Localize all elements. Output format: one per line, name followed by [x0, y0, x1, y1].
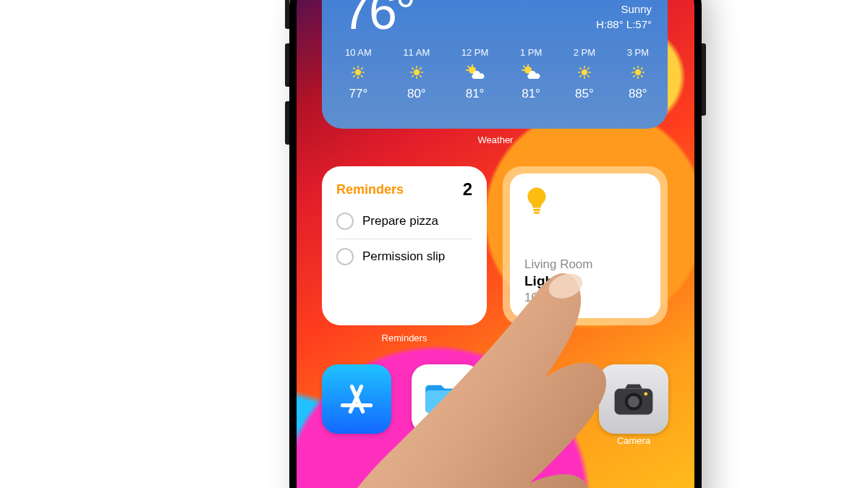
svg-point-60 — [628, 396, 639, 408]
svg-point-18 — [414, 69, 420, 75]
weather-hour-time: 2 PM — [574, 47, 595, 58]
svg-rect-54 — [534, 212, 540, 214]
weather-hour-time: 1 PM — [520, 47, 542, 58]
weather-hour: 12 PM81° — [461, 47, 489, 101]
phone-frame: Sonoma 76° Sunny H:88° L:57° 10 AM77°11 … — [289, 0, 702, 488]
weather-hour-time: 12 PM — [461, 47, 489, 58]
reminder-checkbox[interactable] — [336, 213, 354, 230]
svg-line-52 — [641, 68, 642, 69]
weather-high-low: H:88° L:57° — [596, 18, 652, 30]
sun-icon — [345, 64, 372, 81]
reminders-widget[interactable]: Reminders 2 Prepare pizzaPermission slip — [322, 166, 487, 325]
weather-hour: 11 AM80° — [403, 47, 430, 101]
reminder-item[interactable]: Permission slip — [336, 239, 472, 274]
weather-hour-temp: 81° — [461, 87, 489, 101]
svg-line-41 — [588, 76, 590, 77]
weather-widget[interactable]: Sonoma 76° Sunny H:88° L:57° 10 AM77°11 … — [322, 0, 668, 129]
weather-hour: 2 PM85° — [574, 47, 595, 101]
svg-line-43 — [588, 68, 590, 69]
svg-line-40 — [580, 68, 582, 69]
svg-line-51 — [634, 76, 635, 77]
weather-hour: 1 PM81° — [520, 47, 542, 101]
svg-line-25 — [412, 76, 414, 77]
app-icon-files[interactable] — [412, 364, 481, 434]
svg-line-15 — [362, 76, 363, 77]
svg-line-42 — [580, 76, 582, 77]
reminders-title: Reminders — [336, 182, 404, 197]
reminders-list: Prepare pizzaPermission slip — [336, 204, 472, 274]
weather-hour-temp: 88° — [627, 87, 649, 101]
svg-line-34 — [524, 67, 525, 68]
svg-point-61 — [644, 392, 647, 395]
weather-current-temp: 76° — [342, 0, 414, 37]
weather-hour-temp: 77° — [345, 87, 372, 101]
home-brightness: 100% — [524, 291, 646, 305]
reminder-text: Prepare pizza — [362, 214, 438, 228]
weather-widget-label: Weather — [297, 134, 694, 145]
weather-hour-time: 10 AM — [345, 47, 372, 58]
weather-hour-temp: 85° — [574, 87, 595, 101]
app-icon-camera[interactable] — [599, 364, 668, 434]
svg-point-9 — [355, 69, 361, 75]
weather-hour-temp: 80° — [403, 87, 430, 101]
svg-point-35 — [582, 69, 587, 75]
svg-line-24 — [420, 76, 421, 77]
reminder-item[interactable]: Prepare pizza — [336, 204, 472, 239]
weather-hour-time: 3 PM — [627, 47, 649, 58]
svg-line-16 — [354, 76, 355, 77]
home-accessory-name: Lights — [524, 273, 646, 289]
weather-hour: 3 PM88° — [627, 47, 649, 101]
weather-condition: Sunny — [621, 3, 652, 15]
reminder-checkbox[interactable] — [336, 248, 354, 265]
sun-icon — [574, 64, 595, 81]
camera-app-label: Camera — [599, 435, 668, 446]
svg-line-49 — [634, 68, 635, 69]
svg-line-17 — [362, 68, 363, 69]
svg-line-50 — [641, 76, 642, 77]
reminder-text: Permission slip — [362, 249, 445, 264]
svg-line-23 — [412, 68, 414, 69]
reminders-count: 2 — [463, 179, 472, 200]
weather-hour-time: 11 AM — [403, 47, 430, 58]
home-room: Living Room — [524, 257, 646, 272]
sun-cloud-icon — [520, 64, 542, 81]
svg-line-14 — [354, 68, 355, 69]
sun-icon — [627, 64, 649, 81]
weather-hour: 10 AM77° — [345, 47, 372, 101]
reminders-widget-label: Reminders — [322, 333, 487, 343]
home-screen[interactable]: Sonoma 76° Sunny H:88° L:57° 10 AM77°11 … — [297, 0, 694, 488]
sun-icon — [403, 64, 430, 81]
svg-point-44 — [635, 69, 641, 75]
weather-hourly-row: 10 AM77°11 AM80°12 PM81°1 PM81°2 PM85°3 … — [342, 47, 652, 101]
lightbulb-icon — [524, 187, 646, 220]
sun-cloud-icon — [461, 64, 489, 81]
svg-line-30 — [468, 67, 469, 68]
weather-hour-temp: 81° — [520, 87, 542, 101]
app-icon-appstore[interactable] — [322, 364, 391, 434]
svg-line-26 — [420, 68, 421, 69]
svg-rect-53 — [533, 209, 540, 211]
home-widget[interactable]: Living Room Lights 100% — [503, 166, 668, 325]
